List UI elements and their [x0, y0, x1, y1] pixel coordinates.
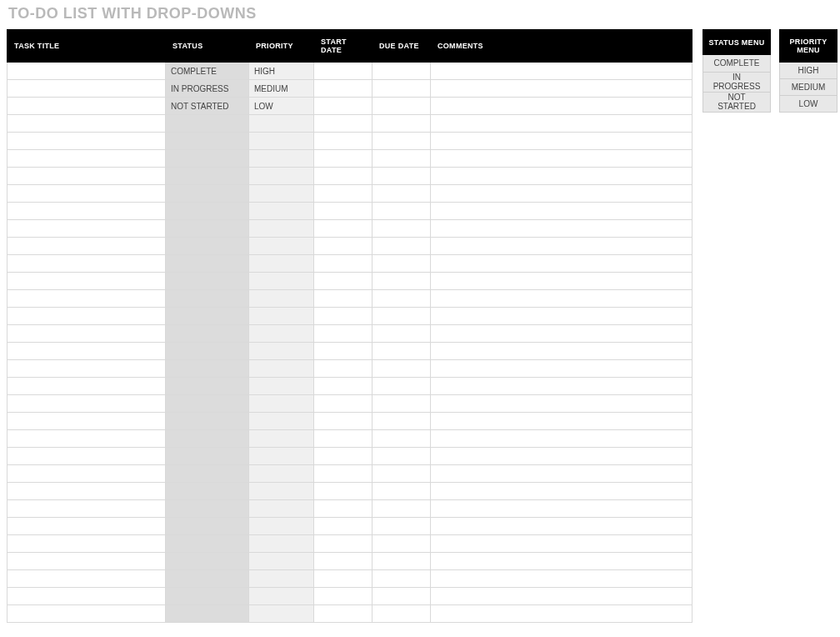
- cell-status[interactable]: [166, 133, 249, 150]
- status-menu-option[interactable]: NOT STARTED: [703, 92, 771, 112]
- cell-status[interactable]: [166, 238, 249, 255]
- cell-start[interactable]: [314, 535, 372, 553]
- cell-comments[interactable]: [431, 273, 692, 290]
- cell-start[interactable]: [314, 273, 372, 290]
- cell-start[interactable]: [314, 360, 372, 378]
- cell-status[interactable]: [166, 255, 249, 273]
- cell-due[interactable]: [372, 360, 431, 378]
- cell-start[interactable]: [314, 325, 372, 343]
- cell-task[interactable]: [8, 185, 166, 203]
- cell-due[interactable]: [372, 430, 431, 448]
- cell-comments[interactable]: [431, 150, 692, 168]
- cell-start[interactable]: [314, 605, 372, 623]
- cell-status[interactable]: [166, 483, 249, 500]
- cell-priority[interactable]: [249, 115, 314, 133]
- cell-priority[interactable]: [249, 413, 314, 430]
- cell-start[interactable]: [314, 308, 372, 325]
- cell-start[interactable]: [314, 185, 372, 203]
- cell-status[interactable]: [166, 413, 249, 430]
- cell-task[interactable]: [8, 588, 166, 605]
- cell-due[interactable]: [372, 325, 431, 343]
- cell-task[interactable]: [8, 430, 166, 448]
- cell-priority[interactable]: [249, 483, 314, 500]
- cell-task[interactable]: [8, 483, 166, 500]
- cell-comments[interactable]: [431, 115, 692, 133]
- cell-priority[interactable]: [249, 500, 314, 518]
- cell-priority[interactable]: [249, 133, 314, 150]
- cell-task[interactable]: [8, 150, 166, 168]
- cell-status[interactable]: [166, 185, 249, 203]
- cell-task[interactable]: [8, 133, 166, 150]
- cell-status[interactable]: [166, 588, 249, 605]
- cell-status[interactable]: [166, 308, 249, 325]
- cell-start[interactable]: [314, 98, 372, 115]
- cell-due[interactable]: [372, 290, 431, 308]
- cell-start[interactable]: [314, 343, 372, 360]
- cell-priority[interactable]: [249, 308, 314, 325]
- cell-due[interactable]: [372, 273, 431, 290]
- cell-comments[interactable]: [431, 63, 692, 80]
- cell-task[interactable]: [8, 325, 166, 343]
- cell-due[interactable]: [372, 553, 431, 570]
- cell-comments[interactable]: [431, 168, 692, 185]
- cell-start[interactable]: [314, 115, 372, 133]
- cell-priority[interactable]: [249, 588, 314, 605]
- cell-priority[interactable]: [249, 518, 314, 535]
- cell-priority[interactable]: [249, 273, 314, 290]
- priority-menu-option[interactable]: HIGH: [780, 63, 838, 79]
- cell-task[interactable]: [8, 168, 166, 185]
- cell-task[interactable]: [8, 63, 166, 80]
- cell-priority[interactable]: [249, 395, 314, 413]
- cell-task[interactable]: [8, 203, 166, 220]
- cell-start[interactable]: [314, 378, 372, 395]
- cell-status[interactable]: [166, 360, 249, 378]
- cell-priority[interactable]: [249, 553, 314, 570]
- cell-priority[interactable]: LOW: [249, 98, 314, 115]
- cell-comments[interactable]: [431, 518, 692, 535]
- cell-task[interactable]: [8, 308, 166, 325]
- cell-comments[interactable]: [431, 343, 692, 360]
- status-menu-option[interactable]: IN PROGRESS: [703, 72, 771, 92]
- cell-priority[interactable]: [249, 203, 314, 220]
- cell-comments[interactable]: [431, 430, 692, 448]
- cell-task[interactable]: [8, 273, 166, 290]
- cell-task[interactable]: [8, 570, 166, 588]
- cell-task[interactable]: [8, 290, 166, 308]
- cell-status[interactable]: [166, 343, 249, 360]
- cell-task[interactable]: [8, 378, 166, 395]
- cell-due[interactable]: [372, 80, 431, 98]
- cell-comments[interactable]: [431, 535, 692, 553]
- cell-comments[interactable]: [431, 203, 692, 220]
- cell-due[interactable]: [372, 168, 431, 185]
- cell-comments[interactable]: [431, 80, 692, 98]
- cell-start[interactable]: [314, 483, 372, 500]
- cell-status[interactable]: [166, 273, 249, 290]
- cell-comments[interactable]: [431, 413, 692, 430]
- cell-due[interactable]: [372, 255, 431, 273]
- cell-comments[interactable]: [431, 483, 692, 500]
- cell-due[interactable]: [372, 343, 431, 360]
- cell-due[interactable]: [372, 588, 431, 605]
- cell-due[interactable]: [372, 483, 431, 500]
- cell-start[interactable]: [314, 80, 372, 98]
- cell-task[interactable]: [8, 448, 166, 465]
- cell-task[interactable]: [8, 413, 166, 430]
- cell-priority[interactable]: [249, 168, 314, 185]
- cell-start[interactable]: [314, 588, 372, 605]
- cell-status[interactable]: [166, 115, 249, 133]
- cell-comments[interactable]: [431, 605, 692, 623]
- cell-priority[interactable]: [249, 150, 314, 168]
- cell-priority[interactable]: [249, 360, 314, 378]
- cell-start[interactable]: [314, 430, 372, 448]
- cell-due[interactable]: [372, 605, 431, 623]
- cell-task[interactable]: [8, 605, 166, 623]
- cell-task[interactable]: [8, 80, 166, 98]
- cell-start[interactable]: [314, 63, 372, 80]
- cell-status[interactable]: [166, 203, 249, 220]
- cell-task[interactable]: [8, 115, 166, 133]
- cell-status[interactable]: COMPLETE: [166, 63, 249, 80]
- cell-start[interactable]: [314, 553, 372, 570]
- cell-due[interactable]: [372, 185, 431, 203]
- cell-start[interactable]: [314, 413, 372, 430]
- cell-task[interactable]: [8, 395, 166, 413]
